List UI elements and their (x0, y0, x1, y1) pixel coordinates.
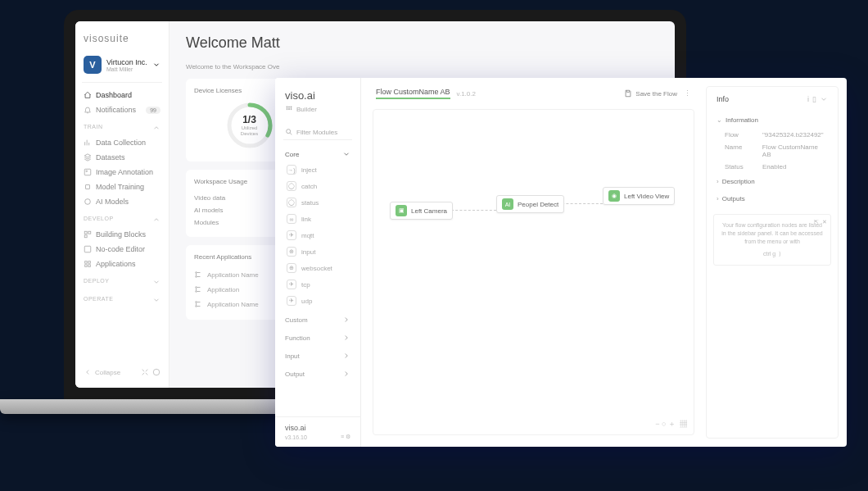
chevron-up-icon (152, 216, 160, 224)
app-icon (194, 271, 202, 279)
blocks-icon (84, 230, 92, 239)
send-icon: ✈ (287, 296, 296, 306)
section-develop[interactable]: DEVELOP (82, 209, 162, 227)
module-catch[interactable]: ◯catch (275, 178, 360, 194)
svg-rect-11 (88, 265, 91, 267)
nav-image-annotation[interactable]: Image Annotation (82, 165, 162, 180)
chevron-up-icon (152, 124, 160, 132)
collapse-label: Collapse (95, 369, 120, 376)
nav-data-collection[interactable]: Data Collection (82, 135, 162, 150)
flow-canvas[interactable]: ▣Left Camera AIPeopel Detect ◉Left Video… (373, 109, 694, 435)
info-title: Info i▯ (707, 87, 838, 111)
more-menu-icon[interactable]: ⋮ (684, 89, 691, 98)
section-deploy[interactable]: DEPLOY (82, 271, 162, 289)
builder-footer: viso.ai v3.16.10≡ ⚙ (275, 416, 360, 447)
brand-logo: visosuite (82, 30, 162, 52)
flow-version: v.1.0.2 (457, 90, 476, 98)
section-output[interactable]: Output (275, 363, 360, 381)
node-left-video-view[interactable]: ◉Left Video View (603, 187, 675, 205)
chevron-down-icon (152, 296, 160, 304)
book-icon[interactable]: ▯ (812, 95, 816, 103)
nav-label: Dashboard (96, 91, 132, 99)
help-icon[interactable] (152, 368, 160, 376)
expand-icon[interactable] (141, 368, 149, 376)
nav-label: Model Training (96, 183, 144, 191)
module-inject[interactable]: →)inject (275, 161, 360, 178)
module-websocket[interactable]: ⊕websocket (275, 260, 360, 276)
send-icon: ✈ (287, 280, 296, 289)
module-mqtt[interactable]: ✈mqtt (275, 227, 360, 243)
svg-point-15 (196, 272, 197, 274)
module-link[interactable]: ∞link (275, 211, 360, 227)
nav-building-blocks[interactable]: Building Blocks (82, 227, 162, 242)
svg-point-12 (153, 369, 160, 375)
tip-text: Your flow configuration nodes are listed… (721, 221, 824, 245)
info-row-status: StatusEnabled (707, 161, 838, 173)
layers-icon (84, 153, 92, 161)
chevron-right-icon (342, 334, 350, 342)
module-tcp[interactable]: ✈tcp (275, 276, 360, 293)
svg-point-26 (291, 108, 292, 109)
node-people-detect[interactable]: AIPeopel Detect (496, 195, 564, 213)
nav-label: No-code Editor (96, 245, 145, 253)
nav-label: Data Collection (96, 139, 146, 147)
info-section-information[interactable]: ⌄Information (707, 111, 838, 129)
cpu-icon (84, 183, 92, 191)
module-status[interactable]: ◯status (275, 194, 360, 211)
nav-nocode-editor[interactable]: No-code Editor (82, 242, 162, 257)
flow-name-tab[interactable]: Flow CustomName AB (376, 88, 450, 99)
svg-point-27 (287, 130, 291, 134)
section-function[interactable]: Function (275, 327, 360, 345)
org-switcher[interactable]: V Virtucon Inc. Matt Miller (82, 52, 162, 83)
nav-ai-models[interactable]: AI Models (82, 194, 162, 209)
chevron-down-icon[interactable] (820, 95, 828, 103)
svg-rect-4 (84, 231, 87, 234)
info-row-flow: Flow"93425324.b232492" (707, 129, 838, 141)
section-core[interactable]: Core (275, 143, 360, 161)
svg-rect-2 (86, 185, 90, 189)
collapse-sidebar[interactable]: Collapse (82, 365, 162, 380)
module-input[interactable]: ⊕input (275, 243, 360, 260)
donut-value: 1/3 (237, 114, 262, 125)
svg-point-3 (85, 199, 91, 205)
svg-point-25 (288, 108, 289, 109)
nav-datasets[interactable]: Datasets (82, 150, 162, 165)
app-icon (194, 300, 202, 308)
nav-dashboard[interactable]: Dashboard (82, 88, 162, 102)
filter-modules-input[interactable]: Filter Modules (283, 125, 352, 140)
info-section-description[interactable]: ›Description (707, 173, 838, 190)
nav-model-training[interactable]: Model Training (82, 180, 162, 194)
section-input[interactable]: Input (275, 345, 360, 363)
nav-notifications[interactable]: Notifications 99 (82, 102, 162, 117)
info-panel: Info i▯ ⌄Information Flow"93425324.b2324… (706, 86, 839, 439)
close-icon[interactable]: ✕ (822, 218, 827, 226)
nav-applications[interactable]: Applications (82, 257, 162, 271)
section-train[interactable]: TRAIN (82, 117, 162, 135)
section-operate[interactable]: OPERATE (82, 289, 162, 307)
builder-brand: viso.ai (275, 78, 360, 105)
info-icon[interactable]: i (807, 95, 809, 103)
module-udp[interactable]: ✈udp (275, 293, 360, 309)
svg-rect-7 (84, 246, 91, 252)
search-icon (285, 128, 293, 136)
page-subtitle: Welcome to the Workspace Ove (186, 63, 658, 70)
canvas-zoom-controls[interactable]: − ○ ＋ ▦ (655, 419, 687, 430)
catch-icon: ◯ (287, 181, 296, 191)
info-section-outputs[interactable]: ›Outputs (707, 190, 838, 207)
svg-rect-9 (88, 261, 91, 264)
image-icon (84, 168, 92, 176)
chevron-down-icon (152, 61, 160, 69)
svg-point-23 (291, 107, 292, 107)
globe-icon: ⊕ (287, 247, 296, 257)
eye-icon: ◉ (608, 190, 620, 202)
grid-icon (285, 105, 293, 113)
node-left-camera[interactable]: ▣Left Camera (390, 202, 453, 220)
save-flow-button[interactable]: Save the Flow (624, 89, 677, 98)
home-icon (84, 91, 92, 99)
footer-icons[interactable]: ≡ ⚙ (341, 434, 350, 440)
pin-icon[interactable]: ⇱ (814, 218, 819, 226)
svg-point-21 (287, 107, 287, 107)
section-custom[interactable]: Custom (275, 309, 360, 327)
builder-mode-label: Builder (275, 105, 360, 121)
chevron-down-icon (342, 150, 350, 158)
